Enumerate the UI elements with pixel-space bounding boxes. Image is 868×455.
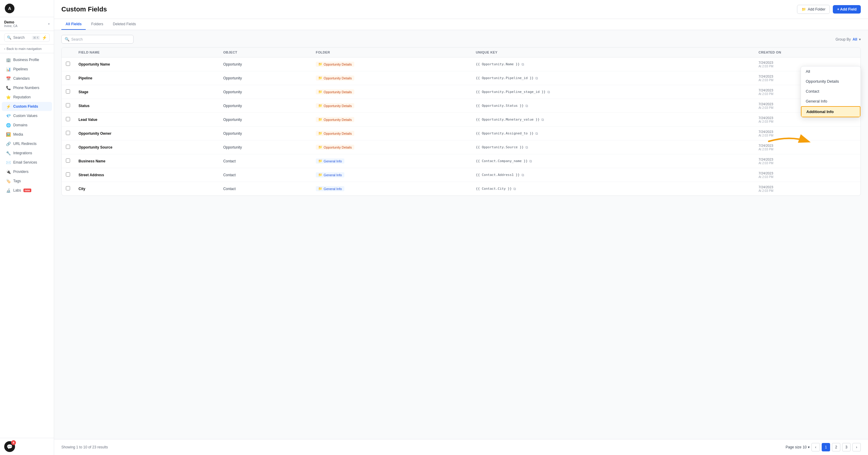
sidebar-item-labs[interactable]: 🔬 Labs new: [2, 186, 52, 195]
row-object: Opportunity: [219, 71, 312, 85]
business-profile-icon: 🏢: [6, 57, 11, 62]
row-checkbox-8[interactable]: [66, 172, 70, 177]
copy-icon[interactable]: ⧉: [535, 131, 538, 135]
folder-icon: 📁: [318, 159, 322, 163]
row-checkbox-0[interactable]: [66, 62, 70, 66]
search-input[interactable]: [71, 37, 130, 41]
row-field-name: Opportunity Name: [74, 57, 219, 71]
row-field-name: Opportunity Owner: [74, 127, 219, 141]
pagination-prev-button[interactable]: ‹: [811, 443, 820, 451]
row-checkbox-cell: [62, 85, 74, 99]
add-field-button[interactable]: + Add Field: [833, 5, 861, 13]
copy-icon[interactable]: ⧉: [548, 90, 550, 94]
add-field-label: + Add Field: [837, 7, 857, 11]
domains-icon: 🌐: [6, 123, 11, 127]
sidebar-item-integrations[interactable]: 🔧 Integrations: [2, 149, 52, 158]
copy-icon[interactable]: ⧉: [522, 62, 524, 66]
sidebar-item-label: Custom Fields: [13, 104, 38, 109]
row-checkbox-2[interactable]: [66, 89, 70, 93]
row-folder: 📁 General Info: [312, 154, 472, 168]
copy-icon[interactable]: ⧉: [535, 76, 538, 80]
tab-all-fields[interactable]: All Fields: [61, 19, 86, 30]
tab-deleted-fields[interactable]: Deleted Fields: [108, 19, 140, 30]
sidebar-item-label: Domains: [13, 123, 27, 127]
calendars-icon: 📅: [6, 76, 11, 81]
page-size-control[interactable]: Page size 10 ▾: [785, 445, 810, 449]
copy-icon[interactable]: ⧉: [514, 187, 516, 191]
copy-icon[interactable]: ⧉: [541, 118, 544, 122]
row-object: Opportunity: [219, 99, 312, 113]
pagination-page-2[interactable]: 2: [832, 443, 840, 451]
row-unique-key: {{ Opportunity.Name }} ⧉: [472, 57, 754, 71]
row-object: Opportunity: [219, 127, 312, 141]
chat-button[interactable]: 💬 8: [4, 441, 15, 452]
sidebar-item-label: Calendars: [13, 77, 30, 81]
table-row: City Contact 📁 General Info {{ Contact.C…: [62, 182, 861, 196]
sidebar-item-domains[interactable]: 🌐 Domains: [2, 121, 52, 130]
sidebar-item-email-services[interactable]: ✉️ Email Services: [2, 158, 52, 167]
phone-icon: 📞: [6, 85, 11, 90]
chevron-down-icon: ▾: [859, 37, 861, 41]
search-icon: 🔍: [7, 35, 11, 40]
sidebar-item-phone-numbers[interactable]: 📞 Phone Numbers: [2, 83, 52, 92]
page-size-value: 10: [803, 445, 807, 449]
row-checkbox-5[interactable]: [66, 131, 70, 135]
main-content: Custom Fields 📁 Add Folder + Add Field A…: [54, 0, 868, 455]
sidebar-item-business-profile[interactable]: 🏢 Business Profile: [2, 55, 52, 64]
row-folder: 📁 Opportunity Details: [312, 71, 472, 85]
search-wrap[interactable]: 🔍: [61, 35, 133, 43]
dropdown-item-general-info[interactable]: General Info: [801, 96, 861, 106]
back-navigation[interactable]: ‹ Back to main navigation: [0, 44, 54, 53]
table-row: Street Address Contact 📁 General Info {{…: [62, 168, 861, 182]
pagination-next-button[interactable]: ›: [852, 443, 861, 451]
row-checkbox-4[interactable]: [66, 117, 70, 121]
sidebar-item-calendars[interactable]: 📅 Calendars: [2, 74, 52, 83]
row-checkbox-9[interactable]: [66, 186, 70, 190]
sidebar-item-custom-fields[interactable]: ⚡ Custom Fields: [2, 102, 52, 111]
sidebar-bottom: 💬 8: [0, 438, 54, 455]
col-unique-key: Unique Key: [472, 48, 754, 57]
sidebar-user[interactable]: Demo Irvine, CA ▾: [0, 17, 54, 31]
copy-icon[interactable]: ⧉: [525, 145, 528, 149]
copy-icon[interactable]: ⧉: [525, 104, 528, 108]
row-unique-key: {{ Opportunity.Monetary_value }} ⧉: [472, 113, 754, 127]
lightning-icon: ⚡: [42, 35, 47, 40]
content-area: 🔍 Group By All ▾ Field Name Object: [54, 30, 868, 439]
sidebar-item-tags[interactable]: 🏷️ Tags: [2, 177, 52, 186]
sidebar-item-url-redirects[interactable]: 🔗 URL Redirects: [2, 139, 52, 148]
pagination-page-1[interactable]: 1: [822, 443, 830, 451]
dropdown-item-contact[interactable]: Contact: [801, 86, 861, 96]
row-checkbox-1[interactable]: [66, 75, 70, 80]
row-created-date: 7/24/2023 At 2:03 PM: [754, 141, 861, 154]
labs-badge: new: [24, 188, 31, 192]
sidebar-item-reputation[interactable]: ⭐ Reputation: [2, 93, 52, 102]
copy-icon[interactable]: ⧉: [529, 159, 532, 163]
folder-icon: 📁: [318, 76, 322, 80]
dropdown-item-opportunity-details[interactable]: Opportunity Details: [801, 77, 861, 86]
row-checkbox-cell: [62, 127, 74, 141]
row-object: Opportunity: [219, 113, 312, 127]
email-services-icon: ✉️: [6, 160, 11, 165]
tab-folders[interactable]: Folders: [87, 19, 107, 30]
sidebar-item-media[interactable]: 🖼️ Media: [2, 130, 52, 139]
sidebar-item-providers[interactable]: 🔌 Providers: [2, 167, 52, 176]
row-checkbox-7[interactable]: [66, 158, 70, 163]
pagination-page-3[interactable]: 3: [842, 443, 850, 451]
row-checkbox-3[interactable]: [66, 103, 70, 108]
search-shortcut: ⌘ K: [32, 36, 40, 40]
sidebar-item-label: Pipelines: [13, 67, 28, 71]
group-by-control[interactable]: Group By All ▾: [836, 37, 861, 41]
row-unique-key: {{ Opportunity.Source }} ⧉: [472, 141, 754, 154]
row-checkbox-6[interactable]: [66, 145, 70, 149]
folder-icon: 📁: [318, 62, 322, 66]
row-field-name: Street Address: [74, 168, 219, 182]
search-button[interactable]: 🔍 Search ⌘ K ⚡: [4, 33, 50, 42]
copy-icon[interactable]: ⧉: [522, 173, 524, 177]
sidebar-item-custom-values[interactable]: 💎 Custom Values: [2, 111, 52, 120]
pagination-bar: Showing 1 to 10 of 23 results Page size …: [54, 439, 868, 455]
table-area: 🔍 Group By All ▾ Field Name Object: [54, 30, 868, 201]
add-folder-button[interactable]: 📁 Add Folder: [797, 5, 830, 14]
dropdown-item-all[interactable]: All: [801, 66, 861, 77]
sidebar-item-pipelines[interactable]: 📊 Pipelines: [2, 65, 52, 74]
dropdown-item-additional-info[interactable]: Additional Info: [801, 106, 861, 117]
